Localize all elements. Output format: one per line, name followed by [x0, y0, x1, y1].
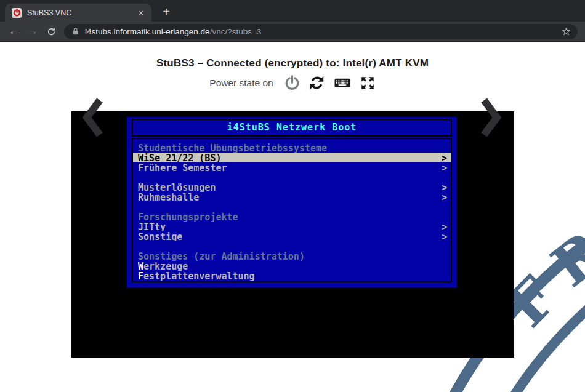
stubs-favicon — [12, 8, 22, 18]
submenu-arrow-icon — [441, 212, 447, 222]
chevron-right-icon[interactable] — [480, 97, 502, 140]
menu-item[interactable]: Werkzeuge — [133, 261, 451, 271]
menu-section-header: Sonstiges (zur Administration) — [133, 251, 451, 261]
menu-item[interactable]: WiSe 21/22 (BS)> — [133, 153, 451, 162]
browser-tab[interactable]: StuBS3 VNC × — [5, 4, 151, 22]
submenu-arrow-icon: > — [441, 182, 447, 192]
menu-item-label: JITty — [138, 222, 441, 231]
submenu-arrow-icon: > — [441, 231, 447, 241]
boot-menu-title: i4StuBS Netzwerk Boot — [132, 119, 452, 137]
tab-close-icon[interactable]: × — [135, 7, 147, 18]
menu-item-label: Werkzeuge — [138, 261, 441, 271]
seal-portrait-engraving — [538, 360, 585, 392]
submenu-arrow-icon: > — [441, 162, 447, 172]
menu-item-label: Forschungsprojekte — [138, 212, 441, 222]
bookmark-star-icon[interactable] — [561, 26, 571, 37]
menu-item-hotkey: W — [138, 261, 143, 271]
submenu-arrow-icon — [441, 251, 447, 261]
url-host: i4stubs.informatik.uni-erlangen.de — [85, 27, 210, 36]
menu-blank-row — [133, 172, 451, 182]
forward-icon: → — [26, 25, 39, 38]
submenu-arrow-icon: > — [441, 192, 447, 202]
address-bar[interactable]: i4stubs.informatik.uni-erlangen.de/vnc/?… — [64, 24, 578, 39]
menu-item[interactable]: Frühere Semester> — [133, 162, 451, 172]
vnc-page: FRIDE VT — [0, 42, 585, 392]
menu-item-label: Festplattenverwaltung — [138, 271, 441, 281]
sync-icon[interactable] — [309, 74, 325, 91]
back-icon[interactable]: ← — [7, 25, 21, 38]
menu-item[interactable]: Sonstige> — [133, 231, 451, 241]
boot-menu-dialog: i4StuBS Netzwerk Boot Studentische Übung… — [127, 117, 457, 287]
menu-item[interactable]: JITty> — [133, 222, 451, 231]
browser-toolbar: ← → i4stubs.informatik.uni-erlangen.de/v… — [0, 22, 585, 42]
menu-item[interactable]: Ruhmeshalle> — [133, 192, 451, 202]
new-tab-button[interactable]: + — [158, 4, 175, 20]
menu-blank-row — [133, 241, 451, 251]
submenu-arrow-icon — [441, 261, 447, 271]
menu-item-label: Sonstige — [138, 231, 441, 241]
vnc-connection-title: StuBS3 – Connected (encrypted) to: Intel… — [0, 42, 585, 70]
vnc-screen[interactable]: i4StuBS Netzwerk Boot Studentische Übung… — [71, 111, 514, 358]
menu-item[interactable]: Musterlösungen> — [133, 182, 451, 192]
menu-item[interactable]: Festplattenverwaltung — [133, 271, 451, 281]
submenu-arrow-icon — [441, 271, 447, 281]
power-glyph-icon — [13, 9, 21, 17]
submenu-arrow-icon — [441, 143, 447, 153]
chevron-left-icon[interactable] — [82, 97, 104, 140]
menu-item-label: Ruhmeshalle — [138, 192, 441, 202]
tab-title: StuBS3 VNC — [27, 9, 135, 17]
menu-item-label: Musterlösungen — [138, 182, 441, 192]
menu-section-header: Studentische Übungsbetriebssysteme — [133, 143, 451, 153]
submenu-arrow-icon: > — [441, 153, 447, 162]
menu-item-label: WiSe 21/22 (BS) — [138, 153, 441, 162]
submenu-arrow-icon: > — [441, 222, 447, 231]
power-state-label: Power state on — [209, 78, 273, 89]
menu-blank-row — [133, 202, 451, 212]
menu-item-label: Frühere Semester — [138, 162, 441, 172]
reload-icon[interactable] — [44, 26, 58, 37]
boot-menu-list: Studentische ÜbungsbetriebssystemeWiSe 2… — [132, 138, 452, 282]
menu-item-hotkey: F — [138, 271, 143, 281]
lock-icon — [71, 27, 79, 36]
menu-item-label: Sonstiges (zur Administration) — [138, 251, 441, 261]
menu-section-header: Forschungsprojekte — [133, 212, 451, 222]
keyboard-icon[interactable] — [333, 75, 352, 90]
url-text: i4stubs.informatik.uni-erlangen.de/vnc/?… — [85, 27, 261, 36]
fullscreen-icon[interactable] — [360, 75, 376, 91]
vnc-control-row: Power state on — [0, 74, 585, 91]
power-icon[interactable] — [284, 74, 301, 91]
url-path: /vnc/?stubs=3 — [210, 27, 262, 36]
tab-strip: StuBS3 VNC × + — [0, 0, 585, 22]
menu-item-label: Studentische Übungsbetriebssysteme — [138, 143, 441, 153]
